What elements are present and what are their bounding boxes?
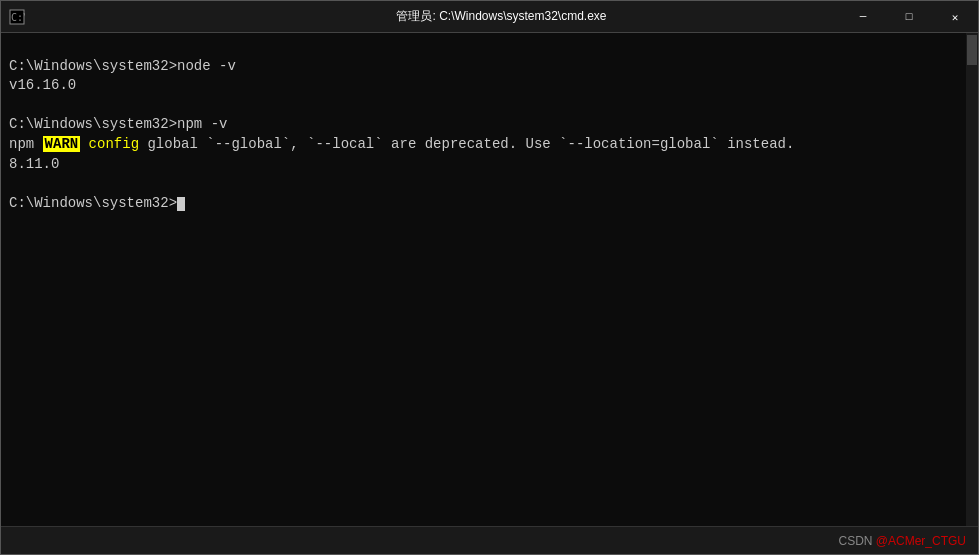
line-empty2 bbox=[9, 96, 970, 116]
console-output[interactable]: C:\Windows\system32>node -v v16.16.0 C:\… bbox=[1, 33, 978, 526]
bottom-highlight: @ACMer_CTGU bbox=[876, 534, 966, 548]
bottom-bar: CSDN @ACMer_CTGU bbox=[1, 526, 978, 554]
cmd-window: C:\ 管理员: C:\Windows\system32\cmd.exe ─ □… bbox=[0, 0, 979, 555]
title-bar: C:\ 管理员: C:\Windows\system32\cmd.exe ─ □… bbox=[1, 1, 978, 33]
window-controls: ─ □ ✕ bbox=[840, 1, 978, 33]
line-npm-warn: npm WARN config global `--global`, `--lo… bbox=[9, 135, 970, 155]
bottom-credit: CSDN @ACMer_CTGU bbox=[838, 534, 966, 548]
cursor-blink bbox=[177, 197, 185, 211]
close-button[interactable]: ✕ bbox=[932, 1, 978, 33]
line-prompt: C:\Windows\system32> bbox=[9, 194, 970, 214]
window-title: 管理员: C:\Windows\system32\cmd.exe bbox=[33, 8, 970, 25]
line-npm-ver: 8.11.0 bbox=[9, 155, 970, 175]
line-empty3 bbox=[9, 174, 970, 194]
scrollbar[interactable] bbox=[966, 33, 978, 526]
svg-text:C:\: C:\ bbox=[11, 12, 25, 23]
line-node-ver: v16.16.0 bbox=[9, 76, 970, 96]
window-icon: C:\ bbox=[9, 9, 25, 25]
minimize-button[interactable]: ─ bbox=[840, 1, 886, 33]
warn-badge: WARN bbox=[43, 136, 81, 152]
line-node-cmd: C:\Windows\system32>node -v bbox=[9, 57, 970, 77]
warn-config-text: config bbox=[80, 136, 139, 152]
line-empty1 bbox=[9, 37, 970, 57]
line-npm-cmd: C:\Windows\system32>npm -v bbox=[9, 115, 970, 135]
maximize-button[interactable]: □ bbox=[886, 1, 932, 33]
scrollbar-thumb[interactable] bbox=[967, 35, 977, 65]
